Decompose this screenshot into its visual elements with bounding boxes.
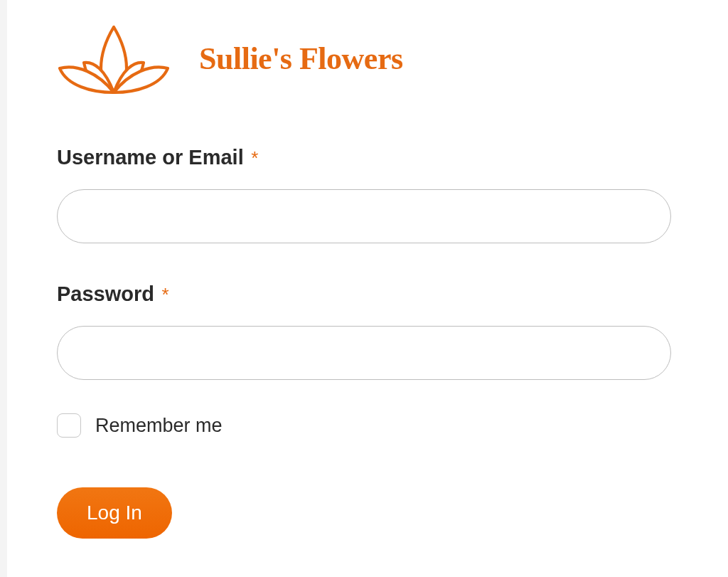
required-asterisk: * xyxy=(161,284,168,305)
remember-me-label: Remember me xyxy=(95,415,223,437)
required-asterisk: * xyxy=(251,147,258,169)
remember-me-row: Remember me xyxy=(57,413,671,438)
left-edge-divider xyxy=(0,0,7,577)
password-field-group: Password * xyxy=(57,282,671,380)
password-label-text: Password xyxy=(57,282,154,306)
lotus-logo-icon xyxy=(57,21,171,96)
password-label: Password * xyxy=(57,291,169,303)
username-label: Username or Email * xyxy=(57,154,258,166)
password-input[interactable] xyxy=(57,326,671,380)
remember-me-checkbox[interactable] xyxy=(57,413,81,438)
brand-row: Sullie's Flowers xyxy=(57,21,671,96)
username-field-group: Username or Email * xyxy=(57,146,671,243)
username-label-text: Username or Email xyxy=(57,146,244,169)
login-button[interactable]: Log In xyxy=(57,487,172,539)
login-form-container: Sullie's Flowers Username or Email * Pas… xyxy=(0,0,728,567)
brand-name: Sullie's Flowers xyxy=(199,41,403,77)
username-input[interactable] xyxy=(57,189,671,243)
